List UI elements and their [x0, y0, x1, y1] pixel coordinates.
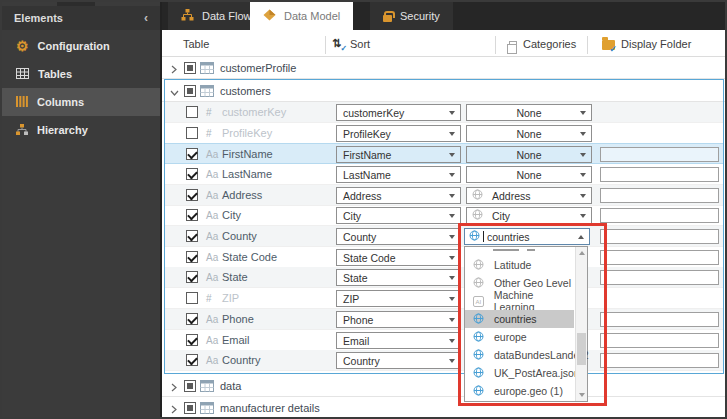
scroll-down-icon[interactable]	[579, 393, 585, 397]
column-row-profilekey[interactable]: # ProfileKey ProfileKey None	[164, 123, 724, 144]
display-folder-input[interactable]	[600, 353, 719, 368]
column-checkbox[interactable]	[186, 313, 198, 325]
column-checkbox[interactable]	[186, 334, 198, 346]
column-row-city[interactable]: Aa City City City	[164, 205, 724, 226]
dropdown-item-databundeslander2[interactable]: dataBundesLander2	[465, 346, 574, 364]
category-dropdown[interactable]: None	[466, 125, 592, 142]
sidebar-item-columns[interactable]: Columns	[2, 88, 160, 116]
sort-dropdown[interactable]: ZIP	[336, 290, 461, 307]
dropdown-collapse-arrow-icon[interactable]	[578, 235, 584, 239]
category-dropdown[interactable]: City	[466, 207, 592, 224]
column-name: FirstName	[222, 144, 273, 165]
column-checkbox[interactable]	[186, 148, 198, 160]
display-folder-input[interactable]	[600, 312, 719, 327]
table-row-customerprofile[interactable]: customerProfile	[162, 58, 725, 79]
table-row-customers[interactable]: customers	[162, 80, 725, 102]
column-header-categories[interactable]: Categories	[523, 38, 576, 50]
column-checkbox[interactable]	[186, 271, 198, 283]
globe-icon	[473, 367, 484, 380]
sort-dropdown[interactable]: Phone	[336, 311, 461, 328]
dropdown-item-europe-geo-1[interactable]: europe.geo (1)	[465, 382, 574, 400]
sort-dropdown[interactable]: Email	[336, 332, 461, 349]
dropdown-arrow-icon	[449, 297, 455, 301]
table-checkbox[interactable]	[184, 380, 196, 392]
display-folder-input[interactable]	[600, 229, 719, 244]
column-checkbox[interactable]	[186, 168, 198, 180]
category-combobox-open[interactable]: countries	[464, 228, 590, 245]
column-checkbox[interactable]	[186, 127, 198, 139]
column-header-display-folder[interactable]: Display Folder	[621, 38, 691, 50]
column-checkbox[interactable]	[186, 292, 198, 304]
column-row-email[interactable]: Aa Email Email	[164, 330, 724, 351]
table-checkbox[interactable]	[184, 62, 196, 74]
sort-dropdown[interactable]: ProfileKey	[336, 125, 461, 142]
table-icon	[200, 62, 214, 76]
column-row-lastname[interactable]: Aa LastName LastName None	[164, 164, 724, 185]
dropdown-item-countries[interactable]: countries	[465, 310, 574, 328]
chevron-right-icon[interactable]	[170, 404, 178, 416]
table-row-data[interactable]: data	[162, 376, 725, 397]
column-row-county[interactable]: Aa County County	[164, 226, 724, 247]
column-row-customerkey[interactable]: # customerKey customerKey None	[164, 102, 724, 123]
dropdown-arrow-icon	[449, 339, 455, 343]
sort-dropdown[interactable]: State	[336, 269, 461, 286]
chevron-right-icon[interactable]	[170, 382, 178, 394]
chevron-right-icon[interactable]	[170, 64, 178, 76]
sort-value: Email	[343, 335, 369, 347]
sort-dropdown[interactable]: Address	[336, 187, 461, 204]
category-dropdown[interactable]: Address	[466, 187, 592, 204]
column-checkbox[interactable]	[186, 251, 198, 263]
sort-dropdown[interactable]: County	[336, 228, 461, 245]
sort-dropdown[interactable]: State Code	[336, 249, 461, 266]
column-checkbox[interactable]	[186, 209, 198, 221]
sidebar-item-tables[interactable]: Tables	[2, 60, 160, 88]
dropdown-item-partial[interactable]	[465, 247, 574, 256]
category-dropdown[interactable]: None	[466, 146, 592, 163]
column-row-state-code[interactable]: Aa State Code State Code	[164, 247, 724, 268]
sort-dropdown[interactable]: FirstName	[336, 146, 461, 163]
display-folder-input[interactable]	[600, 167, 719, 182]
sort-dropdown[interactable]: Country	[336, 352, 461, 369]
sort-dropdown[interactable]: customerKey	[336, 104, 461, 121]
collapse-sidebar-icon[interactable]: ‹	[144, 6, 148, 30]
sort-value: Country	[343, 355, 380, 367]
category-dropdown[interactable]: None	[466, 104, 592, 121]
display-folder-input[interactable]	[600, 250, 719, 265]
column-checkbox[interactable]	[186, 106, 198, 118]
tab-data-model[interactable]: Data Model	[250, 2, 353, 30]
column-checkbox[interactable]	[186, 189, 198, 201]
column-header-table[interactable]: Table	[183, 38, 209, 50]
sort-dropdown[interactable]: City	[336, 207, 461, 224]
sidebar-item-hierarchy[interactable]: Hierarchy	[2, 116, 160, 144]
column-header-sort[interactable]: Sort	[350, 38, 370, 50]
scrollbar-thumb[interactable]	[577, 333, 586, 365]
column-row-address[interactable]: Aa Address Address Address	[164, 185, 724, 206]
display-folder-input[interactable]	[600, 270, 719, 285]
chevron-down-icon[interactable]	[170, 87, 179, 99]
sidebar-item-configuration[interactable]: ⚙ Configuration	[2, 32, 160, 60]
column-row-state[interactable]: Aa State State	[164, 267, 724, 288]
dropdown-item-europe[interactable]: europe	[465, 328, 574, 346]
column-checkbox[interactable]	[186, 354, 198, 366]
category-dropdown[interactable]: None	[466, 166, 592, 183]
category-value: None	[516, 128, 541, 140]
column-row-firstname[interactable]: Aa FirstName FirstName None	[164, 143, 724, 164]
scroll-up-icon[interactable]	[579, 251, 585, 255]
table-checkbox[interactable]	[184, 85, 196, 97]
column-checkbox[interactable]	[186, 230, 198, 242]
dropdown-item-uk-postarea[interactable]: UK_PostArea.json	[465, 364, 574, 382]
display-folder-input[interactable]	[600, 333, 719, 348]
sort-dropdown[interactable]: LastName	[336, 166, 461, 183]
dropdown-scrollbar[interactable]	[575, 247, 587, 401]
dropdown-item-latitude[interactable]: Latitude	[465, 256, 574, 274]
dropdown-item-machine-learning[interactable]: AI Machine Learning	[465, 292, 574, 310]
column-row-zip[interactable]: # ZIP ZIP	[164, 288, 724, 309]
table-row-manufacturer-details[interactable]: manufacturer details	[162, 398, 725, 419]
display-folder-input[interactable]	[600, 208, 719, 223]
display-folder-input[interactable]	[600, 147, 719, 162]
display-folder-input[interactable]	[600, 188, 719, 203]
column-row-phone[interactable]: Aa Phone Phone	[164, 309, 724, 330]
column-row-country[interactable]: Aa Country Country	[164, 350, 724, 371]
table-checkbox[interactable]	[184, 402, 196, 414]
tab-security[interactable]: Security	[370, 2, 453, 30]
